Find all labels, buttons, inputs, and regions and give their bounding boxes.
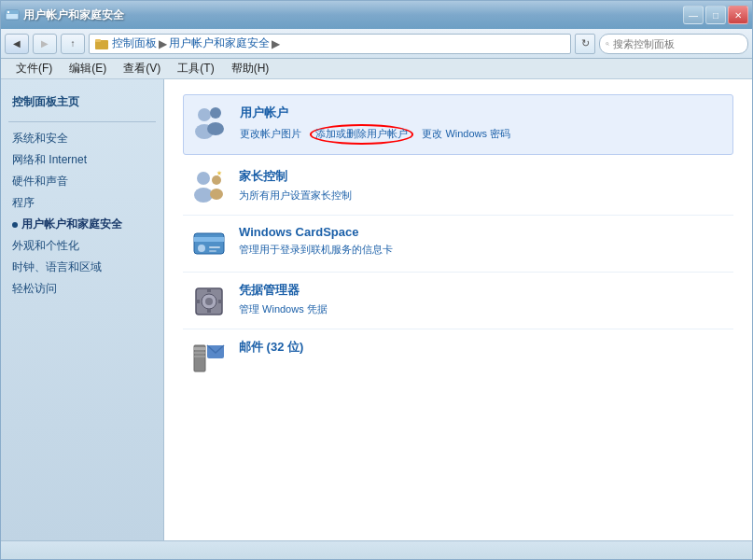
svg-point-12 [194,188,213,203]
menu-help[interactable]: 帮助(H) [224,59,277,78]
svg-point-10 [207,122,224,135]
title-bar-left: 用户帐户和家庭安全 [5,7,124,23]
search-input[interactable] [613,38,742,49]
svg-point-5 [607,42,608,44]
svg-rect-19 [209,246,220,248]
user-accounts-icon [191,105,229,142]
svg-point-2 [7,11,9,13]
parental-controls-links: 为所有用户设置家长控制 [239,188,726,204]
svg-rect-20 [209,250,216,252]
svg-marker-15 [217,170,222,175]
svg-rect-29 [194,347,205,350]
folder-icon [95,37,108,50]
user-accounts-links: 更改帐户图片 添加或删除用户帐户 更改 Windows 密码 [240,124,725,145]
change-password-link[interactable]: 更改 Windows 密码 [422,128,510,139]
category-cardspace[interactable]: Windows CardSpace 管理用于登录到联机服务的信息卡 [183,216,733,273]
mail-icon [190,339,228,376]
refresh-button[interactable]: ↻ [575,34,595,54]
svg-rect-26 [196,300,200,303]
credential-manager-icon [190,282,228,319]
path-root[interactable]: 控制面板 [112,35,157,51]
main-content: 控制面板主页 系统和安全 网络和 Internet 硬件和声音 程序 用户帐户和… [1,79,752,540]
sidebar-item-system[interactable]: 系统和安全 [1,128,163,149]
svg-point-14 [210,189,223,200]
status-bar [1,540,752,559]
credential-manager-title[interactable]: 凭据管理器 [239,282,726,299]
svg-rect-25 [207,309,211,313]
menu-bar: 文件(F) 编辑(E) 查看(V) 工具(T) 帮助(H) [1,59,752,79]
cardspace-title[interactable]: Windows CardSpace [239,225,726,239]
address-bar: ◀ ▶ ↑ 控制面板 ▶ 用户帐户和家庭安全 ▶ ↻ [1,29,752,59]
parental-controls-title[interactable]: 家长控制 [239,168,726,185]
parental-controls-icon [190,168,228,205]
maximize-button[interactable]: □ [705,6,726,24]
mail-text: 邮件 (32 位) [239,339,726,358]
forward-button[interactable]: ▶ [33,34,57,54]
sidebar-item-clock[interactable]: 时钟、语言和区域 [1,257,163,278]
svg-point-23 [205,298,213,305]
search-box [599,34,748,54]
category-user-accounts[interactable]: 用户帐户 更改帐户图片 添加或删除用户帐户 更改 Windows 密码 [183,94,733,155]
svg-rect-24 [207,288,211,292]
search-icon [606,38,609,49]
manage-windows-credentials-link[interactable]: 管理 Windows 凭据 [239,303,328,315]
sidebar-item-network[interactable]: 网络和 Internet [1,149,163,171]
window: 用户帐户和家庭安全 — □ ✕ ◀ ▶ ↑ 控制面板 ▶ 用户帐户和家庭安全 ▶… [0,0,753,560]
window-icon [5,7,20,22]
mail-title[interactable]: 邮件 (32 位) [239,339,726,356]
title-text: 用户帐户和家庭安全 [23,7,124,23]
address-path[interactable]: 控制面板 ▶ 用户帐户和家庭安全 ▶ [89,34,571,54]
parental-controls-text: 家长控制 为所有用户设置家长控制 [239,168,726,204]
svg-point-13 [212,175,221,185]
sidebar-item-user-accounts[interactable]: 用户帐户和家庭安全 [1,214,163,235]
sidebar-divider-1 [8,121,156,122]
svg-rect-4 [95,39,101,42]
category-mail[interactable]: 邮件 (32 位) [183,329,733,385]
active-indicator [12,222,18,228]
credential-manager-links: 管理 Windows 凭据 [239,301,726,318]
svg-rect-31 [194,356,205,357]
up-button[interactable]: ↑ [61,34,85,54]
svg-point-11 [197,172,210,185]
svg-rect-17 [194,237,224,242]
close-button[interactable]: ✕ [728,6,748,24]
sidebar-item-accessibility[interactable]: 轻松访问 [1,278,163,300]
sidebar-item-programs[interactable]: 程序 [1,192,163,214]
category-parental-controls[interactable]: 家长控制 为所有用户设置家长控制 [183,159,733,216]
svg-point-18 [198,245,205,252]
menu-tools[interactable]: 工具(T) [170,59,221,78]
path-sep2: ▶ [272,37,280,50]
title-buttons: — □ ✕ [683,6,748,24]
cardspace-icon [190,225,228,262]
setup-parental-controls-link[interactable]: 为所有用户设置家长控制 [239,189,352,201]
minimize-button[interactable]: — [683,6,704,24]
svg-line-6 [608,44,609,45]
svg-rect-30 [194,352,205,354]
user-accounts-text: 用户帐户 更改帐户图片 添加或删除用户帐户 更改 Windows 密码 [240,105,725,145]
path-sep: ▶ [159,37,167,50]
svg-rect-16 [194,233,224,254]
path-current[interactable]: 用户帐户和家庭安全 [169,35,270,51]
user-accounts-title[interactable]: 用户帐户 [240,105,725,121]
back-button[interactable]: ◀ [5,34,29,54]
content-panel: 用户帐户 更改帐户图片 添加或删除用户帐户 更改 Windows 密码 [164,79,752,540]
credential-manager-text: 凭据管理器 管理 Windows 凭据 [239,282,726,318]
menu-view[interactable]: 查看(V) [116,59,168,78]
cardspace-links: 管理用于登录到联机服务的信息卡 [239,242,726,259]
add-remove-users-link[interactable]: 添加或删除用户帐户 [310,124,413,145]
menu-file[interactable]: 文件(F) [8,59,60,78]
title-bar: 用户帐户和家庭安全 — □ ✕ [1,1,752,29]
menu-edit[interactable]: 编辑(E) [62,59,114,78]
cardspace-text: Windows CardSpace 管理用于登录到联机服务的信息卡 [239,225,726,259]
manage-cards-link[interactable]: 管理用于登录到联机服务的信息卡 [239,244,393,255]
change-picture-link[interactable]: 更改帐户图片 [240,128,301,139]
svg-point-9 [210,107,221,119]
sidebar-item-appearance[interactable]: 外观和个性化 [1,235,163,257]
sidebar-main-link[interactable]: 控制面板主页 [1,91,163,116]
sidebar: 控制面板主页 系统和安全 网络和 Internet 硬件和声音 程序 用户帐户和… [1,79,164,540]
svg-point-7 [198,108,211,121]
category-credential-manager[interactable]: 凭据管理器 管理 Windows 凭据 [183,273,733,329]
svg-rect-27 [218,300,222,303]
sidebar-item-hardware[interactable]: 硬件和声音 [1,171,163,192]
